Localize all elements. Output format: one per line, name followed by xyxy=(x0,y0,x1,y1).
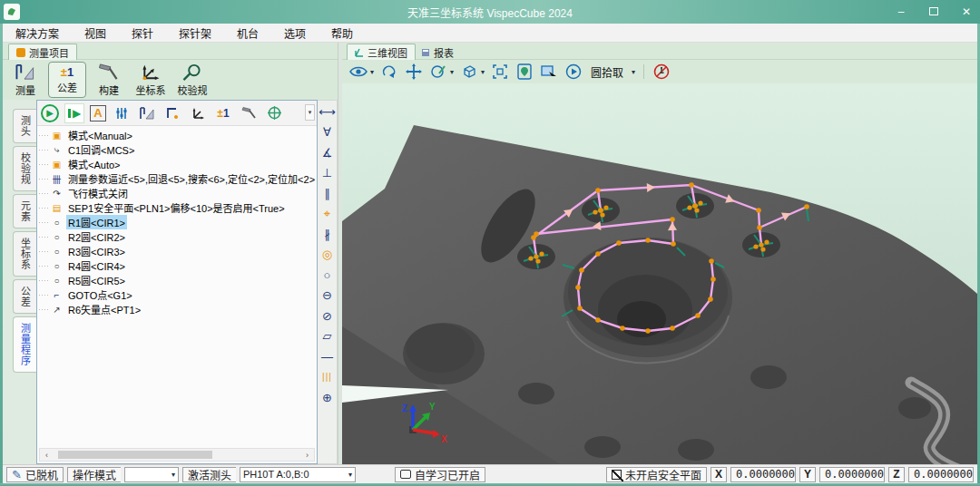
op-mode-label: 操作模式 xyxy=(67,467,121,482)
gdt-parallelism-icon[interactable]: ∥ xyxy=(319,185,336,201)
hammer-icon xyxy=(97,63,121,82)
rotate-view-icon[interactable] xyxy=(380,63,398,81)
evaluate-icon[interactable] xyxy=(264,103,284,123)
pick-dropdown-caret[interactable]: ▾ xyxy=(632,68,635,76)
tree-item-circle-r2[interactable]: ○R2圆<CIR2> xyxy=(39,229,315,244)
probe-disable-icon[interactable] xyxy=(652,63,671,81)
cube-dropdown-caret[interactable]: ▾ xyxy=(481,68,485,76)
parameters-icon[interactable] xyxy=(112,103,132,123)
ribbon-gauge-button[interactable]: 校验规 xyxy=(173,62,211,98)
minimize-button[interactable]: – xyxy=(893,5,909,18)
menu-probe[interactable]: 探针 xyxy=(119,25,166,41)
sketch-circle-icon[interactable] xyxy=(429,63,447,81)
menu-options[interactable]: 选项 xyxy=(271,25,318,41)
menu-solution[interactable]: 解决方案 xyxy=(3,25,72,41)
tree-item-fly-mode[interactable]: ↷飞行模式关闭 xyxy=(39,186,315,200)
tree-item-circle-r4[interactable]: ○R4圆<CIR4> xyxy=(39,258,315,273)
view-cube-icon[interactable] xyxy=(460,63,478,81)
gdt-symmetry-icon[interactable]: ⊖ xyxy=(319,287,336,304)
maximize-button[interactable] xyxy=(926,5,942,18)
gdt-line-profile-icon[interactable]: ||| xyxy=(319,369,336,385)
toolbar-overflow-button[interactable]: ▾ xyxy=(305,104,315,121)
tree-item-mode-auto[interactable]: ▣模式<Auto> xyxy=(39,157,315,171)
menu-machine[interactable]: 机台 xyxy=(224,25,271,41)
application-window: 天准三坐标系统 VispecCube 2024 – ✕ 解决方案 视图 探针 探… xyxy=(0,0,980,486)
menu-probe-rack[interactable]: 探针架 xyxy=(166,25,224,41)
gdt-position-icon[interactable]: ⌖ xyxy=(319,206,336,222)
report-icon xyxy=(421,48,430,57)
close-button[interactable]: ✕ xyxy=(958,5,975,18)
active-probe-select[interactable]: PH10T A:0,B:0▾ xyxy=(240,467,356,482)
eye-dropdown-caret[interactable]: ▾ xyxy=(370,68,374,76)
op-mode-select[interactable]: ▾ xyxy=(124,467,179,482)
side-tab-coordsys[interactable]: 坐标系 xyxy=(13,231,36,277)
tab-report[interactable]: 报表 xyxy=(413,44,462,60)
step-run-button[interactable]: ▶ xyxy=(64,103,84,123)
ribbon-measure-button[interactable]: 测量 xyxy=(6,62,44,98)
gdt-circularity-icon[interactable]: ○ xyxy=(319,267,336,283)
tree-item-vector-point[interactable]: ↗R6矢量点<PT1> xyxy=(39,302,315,316)
locate-pin-icon[interactable] xyxy=(515,63,534,81)
side-tab-elements[interactable]: 元素 xyxy=(13,194,36,228)
self-learn-icon xyxy=(400,470,411,479)
sketch-dropdown-caret[interactable]: ▾ xyxy=(450,68,454,76)
side-tab-measure-program[interactable]: 测量程序 xyxy=(13,316,36,373)
scrollbar-thumb[interactable] xyxy=(58,451,212,459)
tab-measure-project[interactable]: 测量项目 xyxy=(8,44,77,60)
gdt-angularity-icon[interactable]: ∦ xyxy=(319,226,336,242)
gdt-concentricity-icon[interactable]: ◎ xyxy=(319,247,336,263)
simulate-play-icon[interactable] xyxy=(564,63,583,81)
tree-item-circle-r1[interactable]: ○R1圆<CIR1> xyxy=(39,215,315,229)
zoom-fit-icon[interactable] xyxy=(491,63,509,81)
side-tab-tolerance[interactable]: 公差 xyxy=(13,279,36,314)
menu-view[interactable]: 视图 xyxy=(72,25,119,41)
visibility-eye-icon[interactable] xyxy=(349,63,368,81)
window-select-icon[interactable] xyxy=(540,63,558,81)
x-axis-label: X xyxy=(710,467,727,482)
side-tab-probe[interactable]: 测头 xyxy=(13,109,36,143)
run-program-button[interactable]: ▶ xyxy=(41,104,59,122)
tab-3d-view[interactable]: 三维视图 xyxy=(347,44,416,60)
goto-point-icon[interactable] xyxy=(162,103,182,123)
tree-item-c1-recall[interactable]: ⤷C1回调<MCS> xyxy=(39,142,315,157)
mode-icon: ▣ xyxy=(51,131,63,141)
vector-point-icon: ↗ xyxy=(51,305,63,315)
measure-icon[interactable] xyxy=(137,103,157,123)
pan-view-icon[interactable] xyxy=(405,63,423,81)
side-tab-gauge[interactable]: 校验规 xyxy=(13,146,36,191)
coordsys-small-icon[interactable] xyxy=(188,103,208,123)
ribbon-tolerance-button[interactable]: ±1 公差 xyxy=(48,62,86,98)
parameters-icon: 卌 xyxy=(51,172,63,186)
gdt-angle-icon[interactable]: ∡ xyxy=(319,144,336,160)
tree-item-safety-plane[interactable]: ▤SEP1安全平面<PLN1>偏移<10>是否启用<True> xyxy=(39,200,315,215)
tolerance-small-icon[interactable]: ±1 xyxy=(213,103,233,123)
tree-item-circle-r5[interactable]: ○R5圆<CIR5> xyxy=(39,273,315,287)
gdt-angle-between-icon[interactable]: ∀ xyxy=(319,124,336,141)
ribbon-construct-button[interactable]: 构建 xyxy=(90,62,128,98)
scroll-right-arrow[interactable]: › xyxy=(300,451,314,460)
gdt-straightness-icon[interactable]: — xyxy=(319,348,336,364)
z-axis-label: Z xyxy=(888,467,905,482)
gdt-runout-icon[interactable]: ⊘ xyxy=(319,307,336,324)
mode-icon: ▣ xyxy=(51,160,63,170)
coordinate-system-icon xyxy=(139,63,162,82)
circle-pick-label[interactable]: 圆拾取 xyxy=(591,64,623,80)
gdt-flatness-icon[interactable]: ▱ xyxy=(319,328,336,345)
3d-viewport[interactable]: Z Y X xyxy=(342,83,977,464)
menu-help[interactable]: 帮助 xyxy=(318,25,366,41)
scroll-left-arrow[interactable]: ‹ xyxy=(40,451,54,460)
gdt-perpendicularity-icon[interactable]: ⊥ xyxy=(319,165,336,181)
ribbon-coordsys-button[interactable]: 坐标系 xyxy=(132,62,170,98)
side-tab-strip: 测头 校验规 元素 坐标系 公差 测量程序 xyxy=(3,100,36,464)
tree-horizontal-scrollbar[interactable]: ‹ › xyxy=(39,448,315,462)
construct-small-icon[interactable] xyxy=(239,103,259,123)
3d-view-icon xyxy=(355,48,364,57)
gdt-surface-profile-icon[interactable]: ⊕ xyxy=(319,389,336,405)
tree-item-measure-params[interactable]: 卌测量参数逼近<5>,回退<5>,搜索<6>,定位<2>,定位加<2>,测量 xyxy=(39,171,315,186)
tree-item-goto-point[interactable]: ⌐GOTO点<G1> xyxy=(39,287,315,302)
tree-item-circle-r3[interactable]: ○R3圆<CIR3> xyxy=(39,244,315,258)
tree-item-mode-manual[interactable]: ▣模式<Manual> xyxy=(39,128,315,142)
tab-measure-project-label: 测量项目 xyxy=(29,45,69,60)
frame-label-icon[interactable]: A xyxy=(90,105,106,122)
gdt-distance-icon[interactable]: ⟷ xyxy=(319,103,336,120)
